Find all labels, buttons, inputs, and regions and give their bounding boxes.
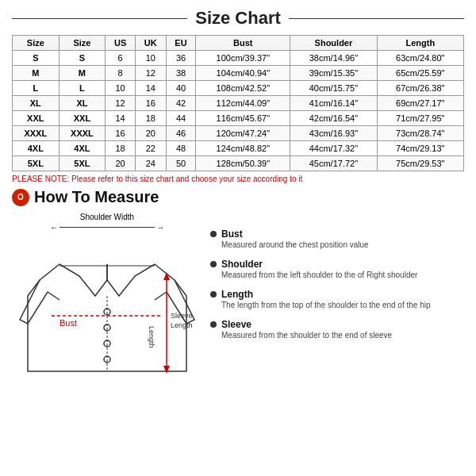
table-cell: 63cm/24.80": [377, 51, 463, 66]
table-cell: 38: [166, 66, 196, 81]
table-cell: 14: [106, 111, 136, 126]
descriptions: BustMeasured around the chest position v…: [210, 213, 464, 468]
table-cell: XL: [13, 96, 60, 111]
table-cell: 69cm/27.17": [377, 96, 463, 111]
table-cell: 12: [106, 96, 136, 111]
arrow-right-icon: →: [156, 223, 164, 232]
table-cell: M: [59, 66, 106, 81]
table-cell: 4XL: [59, 141, 106, 156]
diagram-area: Shoulder Width ← →: [12, 213, 202, 468]
table-cell: 43cm/16.93": [290, 126, 377, 141]
table-cell: 18: [106, 141, 136, 156]
table-cell: 120cm/47.24": [196, 126, 290, 141]
table-row: 4XL4XL182248124cm/48.82"44cm/17.32"74cm/…: [13, 141, 464, 156]
page: Size Chart Size Size US UK EU Bust Shoul…: [0, 0, 476, 476]
jacket-diagram: Bust Sleeve Length Length: [16, 232, 198, 379]
desc-title: Shoulder: [221, 259, 417, 270]
table-cell: 42cm/16.54": [290, 111, 377, 126]
table-cell: 12: [135, 66, 166, 81]
table-cell: XXXL: [13, 126, 60, 141]
bullet-icon: [210, 321, 217, 328]
table-cell: XXL: [59, 111, 106, 126]
table-cell: 16: [135, 96, 166, 111]
desc-item-bust: BustMeasured around the chest position v…: [210, 228, 464, 251]
table-cell: 75cm/29.53": [377, 156, 463, 171]
shoulder-arrows: ← →: [12, 223, 202, 232]
col-length: Length: [377, 36, 463, 51]
table-cell: 14: [135, 81, 166, 96]
col-shoulder: Shoulder: [290, 36, 377, 51]
table-row: MM81238104cm/40.94"39cm/15.35"65cm/25.59…: [13, 66, 464, 81]
table-cell: L: [59, 81, 106, 96]
table-cell: 108cm/42.52": [196, 81, 290, 96]
table-cell: 38cm/14.96": [290, 51, 377, 66]
col-us: US: [106, 36, 136, 51]
table-cell: 65cm/25.59": [377, 66, 463, 81]
arrow-left-icon: ←: [50, 223, 58, 232]
table-cell: 10: [106, 81, 136, 96]
desc-item-shoulder: ShoulderMeasured from the left shoulder …: [210, 259, 464, 281]
table-cell: 71cm/27.95": [377, 111, 463, 126]
desc-text-group: ShoulderMeasured from the left shoulder …: [221, 259, 417, 281]
table-cell: 5XL: [59, 156, 106, 171]
desc-body: Measured from the shoulder to the end of…: [221, 330, 392, 341]
table-cell: 112cm/44.09": [196, 96, 290, 111]
table-cell: 16: [106, 126, 136, 141]
title-line-left: [12, 18, 187, 19]
how-to-title-text: How To Measure: [34, 188, 159, 206]
table-cell: M: [13, 66, 60, 81]
table-cell: 124cm/48.82": [196, 141, 290, 156]
table-cell: 44: [166, 111, 196, 126]
desc-title: Length: [221, 289, 431, 300]
table-cell: 4XL: [13, 141, 60, 156]
table-cell: S: [59, 51, 106, 66]
table-cell: 22: [135, 141, 166, 156]
table-cell: 36: [166, 51, 196, 66]
table-cell: 5XL: [13, 156, 60, 171]
svg-text:Bust: Bust: [60, 318, 77, 328]
shoulder-line: [60, 227, 155, 228]
page-title: Size Chart: [195, 8, 281, 29]
svg-text:Length: Length: [148, 326, 155, 348]
table-cell: 18: [135, 111, 166, 126]
desc-body: The length from the top of the shoulder …: [221, 300, 431, 311]
table-cell: 44cm/17.32": [290, 141, 377, 156]
table-cell: 116cm/45.67": [196, 111, 290, 126]
table-cell: XXL: [13, 111, 60, 126]
table-cell: 41cm/16.14": [290, 96, 377, 111]
table-row: XLXL121642112cm/44.09"41cm/16.14"69cm/27…: [13, 96, 464, 111]
desc-title: Sleeve: [221, 319, 392, 330]
table-cell: 40: [166, 81, 196, 96]
col-eu: EU: [166, 36, 196, 51]
title-line-right: [289, 18, 464, 19]
table-cell: 39cm/15.35": [290, 66, 377, 81]
table-row: LL101440108cm/42.52"40cm/15.75"67cm/26.3…: [13, 81, 464, 96]
desc-item-sleeve: SleeveMeasured from the shoulder to the …: [210, 319, 464, 341]
table-cell: 67cm/26.38": [377, 81, 463, 96]
how-to-measure-header: O How To Measure: [12, 188, 464, 206]
table-cell: XL: [59, 96, 106, 111]
table-cell: 10: [135, 51, 166, 66]
bullet-icon: [210, 231, 217, 237]
table-row: XXXLXXXL162046120cm/47.24"43cm/16.93"73c…: [13, 126, 464, 141]
svg-text:Sleeve: Sleeve: [171, 312, 193, 320]
desc-body: Measured from the left shoulder to the o…: [221, 270, 417, 281]
bottom-section: Shoulder Width ← →: [12, 213, 464, 468]
note-text: PLEASE NOTE: Please refer to this size c…: [12, 175, 464, 183]
col-bust: Bust: [196, 36, 290, 51]
table-cell: 73cm/28.74": [377, 126, 463, 141]
table-cell: 8: [106, 66, 136, 81]
svg-marker-9: [163, 366, 170, 374]
table-cell: 100cm/39.37": [196, 51, 290, 66]
table-header-row: Size Size US UK EU Bust Shoulder Length: [13, 36, 464, 51]
desc-text-group: SleeveMeasured from the shoulder to the …: [221, 319, 392, 341]
table-cell: 20: [135, 126, 166, 141]
table-cell: 128cm/50.39": [196, 156, 290, 171]
table-cell: XXXL: [59, 126, 106, 141]
table-cell: 6: [106, 51, 136, 66]
table-cell: S: [13, 51, 60, 66]
circle-icon: O: [12, 189, 29, 206]
table-cell: 50: [166, 156, 196, 171]
col-uk: UK: [135, 36, 166, 51]
table-cell: 48: [166, 141, 196, 156]
